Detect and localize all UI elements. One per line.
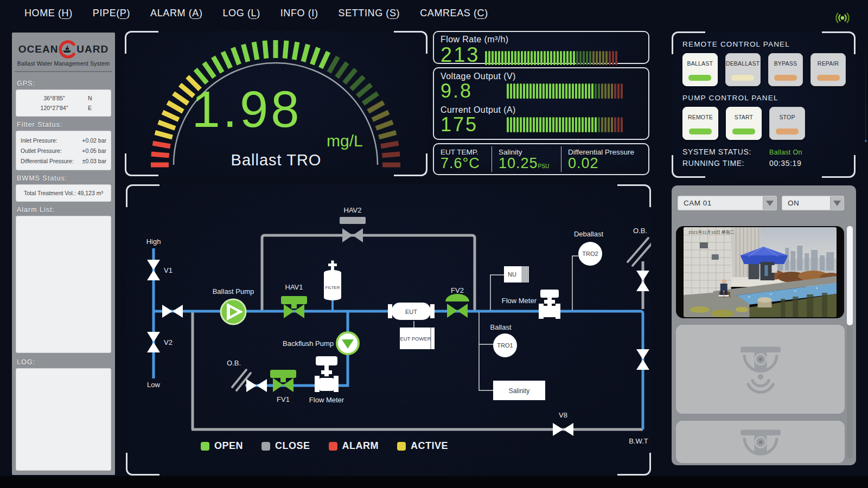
valve-bwt-right[interactable] <box>636 349 649 370</box>
gate-valves <box>147 260 649 436</box>
filter-status-box: Inlet Pressure: +0.02 bar Outlet Pressur… <box>16 131 111 170</box>
eut-temp-stat: EUT TEMP. 7.6°C <box>434 146 492 172</box>
flow-rate-value: 213 <box>441 44 480 65</box>
salinity-unit: PSU <box>538 163 550 169</box>
remote-panel-title: REMOTE CONTROL PANEL <box>682 40 846 48</box>
gps-lat-hemi: N <box>88 95 106 101</box>
logo-tagline: Ballast Water Management System <box>16 60 111 67</box>
tro-gauge-label: Ballast TRO <box>125 151 427 169</box>
filter-unit[interactable]: FILTER <box>324 261 341 301</box>
hav2-label: HAV2 <box>344 206 362 214</box>
pump-button-remote[interactable]: REMOTE <box>682 107 718 140</box>
legend-item-close: CLOSE <box>261 440 310 452</box>
ballast-pump[interactable] <box>221 299 246 324</box>
flow-rate-panel: Flow Rate (m³/h) 213 <box>433 31 649 64</box>
remote-button-bypass[interactable]: BYPASS <box>768 53 803 86</box>
inlet-pressure-value: +0.02 bar <box>82 137 106 144</box>
camera-select-dropdown[interactable]: CAM 01 <box>678 196 777 210</box>
tro1-sensor[interactable]: TRO1 <box>493 333 517 357</box>
logo-text-left: OCEAN <box>18 43 59 55</box>
camera-placeholder-tile[interactable] <box>676 421 845 463</box>
nu-label: NU <box>508 271 516 278</box>
camera-power-dropdown[interactable]: ON <box>782 196 844 210</box>
alarm-list-box[interactable] <box>16 216 111 353</box>
remote-button-ballast[interactable]: BALLAST <box>682 53 718 86</box>
pump-buttons: REMOTESTARTSTOP <box>682 107 846 140</box>
salinity-stat: Salinity 10.25PSU <box>492 146 561 172</box>
ballast-pump-label: Ballast Pump <box>213 287 254 296</box>
valve-backflush-ob[interactable] <box>246 379 267 392</box>
backflush-pipe <box>245 312 348 386</box>
gps-row: 120°27'84" E <box>21 103 106 113</box>
nav-item-p[interactable]: PIPE(P) <box>93 8 130 19</box>
nav-item-a[interactable]: ALARM (A) <box>150 8 202 19</box>
chevron-down-icon[interactable] <box>830 196 844 210</box>
tro2-sensor[interactable]: TRO2 <box>578 242 602 266</box>
tro2-label: TRO2 <box>582 251 598 257</box>
v8-label: V8 <box>559 411 567 419</box>
valve-inlet[interactable] <box>162 305 183 318</box>
gps-label: GPS: <box>17 80 110 87</box>
fv1-label: FV1 <box>277 395 290 403</box>
flow-meter-right-label: Flow Meter <box>502 297 537 305</box>
bwms-status-label: BWMS Status: <box>17 175 110 182</box>
camera-placeholder-tile[interactable] <box>676 325 845 414</box>
valve-fv2[interactable] <box>445 294 469 318</box>
chevron-down-icon[interactable] <box>763 196 776 210</box>
system-status-label: SYSTEM STATUS: <box>682 147 769 156</box>
nav-item-s[interactable]: SETTING (S) <box>339 8 400 19</box>
diff-pressure-value: ±0.03 bar <box>82 158 106 164</box>
voltage-current-panel: Voltage Output (V) 9.8 Current Output (A… <box>433 67 649 140</box>
tro1-label: TRO1 <box>497 342 513 349</box>
button-state-indicator <box>817 75 840 81</box>
eut-unit[interactable]: EUT <box>388 303 435 320</box>
deballast-label: Deballast <box>574 230 604 238</box>
valve-hav1[interactable] <box>281 296 307 318</box>
valve-ob-right[interactable] <box>636 271 649 291</box>
valve-state-legend: OPENCLOSEALARMACTIVE <box>201 440 448 452</box>
signal-broadcast-icon <box>834 11 851 25</box>
voltage-value: 9.8 <box>441 81 501 101</box>
remote-button-deballast[interactable]: DEBALLAST <box>725 53 761 86</box>
nav-item-h[interactable]: HOME (H) <box>24 8 73 19</box>
valve-fv1[interactable] <box>270 370 296 392</box>
camera-monitor: 2021年11月16日 星期二 <box>676 226 844 318</box>
current-value: 175 <box>441 115 501 134</box>
tro-unit: mg/L <box>327 132 363 150</box>
camera-list-scrollbar[interactable] <box>847 226 853 458</box>
remote-button-repair[interactable]: REPAIR <box>810 53 846 86</box>
nav-item-i[interactable]: INFO (I) <box>280 8 318 19</box>
flow-meter-backflush[interactable] <box>315 356 339 392</box>
valve-hav2[interactable] <box>340 217 366 242</box>
flow-meter-main[interactable] <box>539 290 560 319</box>
system-status-row: SYSTEM STATUS: Ballast On <box>682 147 846 156</box>
button-state-indicator <box>776 129 799 134</box>
bwms-status-box: Total Treatment Vol.: 49,123 m³ <box>16 184 111 202</box>
scrollbar-thumb[interactable] <box>847 226 853 325</box>
salinity-sensor-box: Salinity <box>493 381 545 400</box>
log-box[interactable] <box>16 368 111 471</box>
valve-v1[interactable] <box>147 260 160 280</box>
salinity-value: 10.25PSU <box>499 156 554 171</box>
valve-v2[interactable] <box>147 332 160 352</box>
stats-panel: EUT TEMP. 7.6°C Salinity 10.25PSU Differ… <box>433 143 649 175</box>
camera-panel: CAM 01 ON <box>672 185 856 465</box>
backflush-pump[interactable] <box>337 332 359 354</box>
legend-item-open: OPEN <box>201 440 243 452</box>
button-state-indicator <box>774 75 797 81</box>
pump-button-stop[interactable]: STOP <box>769 107 805 140</box>
nu-box: NU <box>504 266 529 282</box>
tro-value: 1.98 <box>125 84 369 135</box>
button-state-indicator <box>689 129 712 134</box>
pump-button-start[interactable]: START <box>726 107 762 140</box>
button-state-indicator <box>732 129 755 134</box>
fv2-label: FV2 <box>451 286 464 294</box>
salinity-box-label: Salinity <box>509 387 530 395</box>
dome-camera-icon <box>736 427 786 463</box>
nav-item-c[interactable]: CAMREAS (C) <box>420 8 488 19</box>
divider <box>15 71 112 72</box>
valve-v8[interactable] <box>553 423 573 436</box>
dome-camera-icon <box>736 344 786 394</box>
nav-item-l[interactable]: LOG (L) <box>223 8 260 19</box>
remote-buttons: BALLASTDEBALLASTBYPASSREPAIR <box>682 53 846 86</box>
